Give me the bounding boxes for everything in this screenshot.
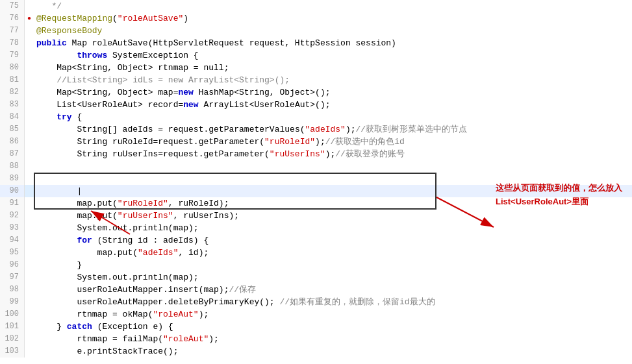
line-number: 77 bbox=[0, 25, 25, 37]
line-number: 97 bbox=[0, 271, 25, 284]
code-line: 86 String ruRoleId=request.getParameter(… bbox=[0, 136, 632, 148]
line-number: 81 bbox=[0, 74, 25, 86]
line-content bbox=[34, 160, 632, 173]
line-content: try { bbox=[34, 111, 632, 123]
line-content: //List<String> idLs = new ArrayList<Stri… bbox=[34, 74, 632, 86]
line-content: @RequestMapping("roleAutSave") bbox=[34, 12, 632, 25]
code-line: 82 Map<String, Object> map=new HashMap<S… bbox=[0, 86, 632, 99]
line-marker: ● bbox=[25, 12, 34, 25]
line-content: List<UserRoleAut> record=new ArrayList<U… bbox=[34, 99, 632, 111]
line-number: 78 bbox=[0, 37, 25, 49]
code-line: 98 userRoleAutMapper.insert(map);//保存 bbox=[0, 284, 632, 296]
line-content: userRoleAutMapper.deleteByPrimaryKey(); … bbox=[34, 296, 632, 308]
code-line: 87 String ruUserIns=request.getParameter… bbox=[0, 148, 632, 160]
line-content: */ bbox=[34, 0, 632, 12]
code-line: 88 bbox=[0, 160, 632, 173]
line-number: 88 bbox=[0, 160, 25, 173]
line-number: 101 bbox=[0, 321, 25, 333]
code-line: 94 for (String id : adeIds) { bbox=[0, 234, 632, 247]
code-line: 77@ResponseBody bbox=[0, 25, 632, 37]
line-content: map.put("adeIds", id); bbox=[34, 247, 632, 259]
line-number: 91 bbox=[0, 197, 25, 210]
line-content: rtnmap = failMap("roleAut"); bbox=[34, 333, 632, 345]
line-number: 84 bbox=[0, 111, 25, 123]
line-content: throws SystemException { bbox=[34, 49, 632, 62]
line-content: String ruRoleId=request.getParameter("ru… bbox=[34, 136, 632, 148]
code-line: 97 System.out.println(map); bbox=[0, 271, 632, 284]
code-line: 101 } catch (Exception e) { bbox=[0, 321, 632, 333]
line-number: 75 bbox=[0, 0, 25, 12]
line-content: System.out.println(map); bbox=[34, 271, 632, 284]
line-number: 80 bbox=[0, 62, 25, 74]
code-line: 92 map.put("ruUserIns", ruUserIns); bbox=[0, 210, 632, 222]
code-editor: 75 */76●@RequestMapping("roleAutSave")77… bbox=[0, 0, 632, 364]
line-content: @ResponseBody bbox=[34, 25, 632, 37]
line-content: System.out.println(map); bbox=[34, 222, 632, 234]
line-number: 89 bbox=[0, 173, 25, 185]
line-number: 103 bbox=[0, 345, 25, 358]
code-line: 103 e.printStackTrace(); bbox=[0, 345, 632, 358]
code-line: 93 System.out.println(map); bbox=[0, 222, 632, 234]
line-number: 79 bbox=[0, 49, 25, 62]
code-line: 76●@RequestMapping("roleAutSave") bbox=[0, 12, 632, 25]
code-line: 79 throws SystemException { bbox=[0, 49, 632, 62]
line-number: 100 bbox=[0, 308, 25, 321]
line-number: 96 bbox=[0, 259, 25, 271]
line-content: for (String id : adeIds) { bbox=[34, 234, 632, 247]
code-line: 75 */ bbox=[0, 0, 632, 12]
line-content: e.printStackTrace(); bbox=[34, 345, 632, 358]
annotation-text: 这些从页面获取到的值，怎么放入List<UserRoleAut>里面 bbox=[496, 182, 626, 209]
line-content: } catch (Exception e) { bbox=[34, 321, 632, 333]
line-content: public Map roleAutSave(HttpServletReques… bbox=[34, 37, 632, 49]
line-number: 85 bbox=[0, 123, 25, 136]
code-line: 85 String[] adeIds = request.getParamete… bbox=[0, 123, 632, 136]
line-number: 90 bbox=[0, 185, 25, 197]
line-number: 98 bbox=[0, 284, 25, 296]
line-number: 86 bbox=[0, 136, 25, 148]
line-content: } bbox=[34, 259, 632, 271]
line-number: 99 bbox=[0, 296, 25, 308]
code-line: 102 rtnmap = failMap("roleAut"); bbox=[0, 333, 632, 345]
line-number: 87 bbox=[0, 148, 25, 160]
code-line: 99 userRoleAutMapper.deleteByPrimaryKey(… bbox=[0, 296, 632, 308]
code-line: 83 List<UserRoleAut> record=new ArrayLis… bbox=[0, 99, 632, 111]
line-content: userRoleAutMapper.insert(map);//保存 bbox=[34, 284, 632, 296]
code-line: 81 //List<String> idLs = new ArrayList<S… bbox=[0, 74, 632, 86]
line-number: 92 bbox=[0, 210, 25, 222]
line-content: Map<String, Object> rtnmap = null; bbox=[34, 62, 632, 74]
code-line: 78public Map roleAutSave(HttpServletRequ… bbox=[0, 37, 632, 49]
code-line: 96 } bbox=[0, 259, 632, 271]
line-number: 95 bbox=[0, 247, 25, 259]
line-number: 102 bbox=[0, 333, 25, 345]
code-line: 84 try { bbox=[0, 111, 632, 123]
line-content: rtnmap = okMap("roleAut"); bbox=[34, 308, 632, 321]
line-content: Map<String, Object> map=new HashMap<Stri… bbox=[34, 86, 632, 99]
line-number: 83 bbox=[0, 99, 25, 111]
line-number: 82 bbox=[0, 86, 25, 99]
line-number: 76 bbox=[0, 12, 25, 25]
line-content: String[] adeIds = request.getParameterVa… bbox=[34, 123, 632, 136]
line-number: 94 bbox=[0, 234, 25, 247]
code-lines: 75 */76●@RequestMapping("roleAutSave")77… bbox=[0, 0, 632, 358]
code-line: 80 Map<String, Object> rtnmap = null; bbox=[0, 62, 632, 74]
line-content: map.put("ruUserIns", ruUserIns); bbox=[34, 210, 632, 222]
code-line: 95 map.put("adeIds", id); bbox=[0, 247, 632, 259]
line-content: String ruUserIns=request.getParameter("r… bbox=[34, 148, 632, 160]
code-line: 100 rtnmap = okMap("roleAut"); bbox=[0, 308, 632, 321]
line-number: 93 bbox=[0, 222, 25, 234]
